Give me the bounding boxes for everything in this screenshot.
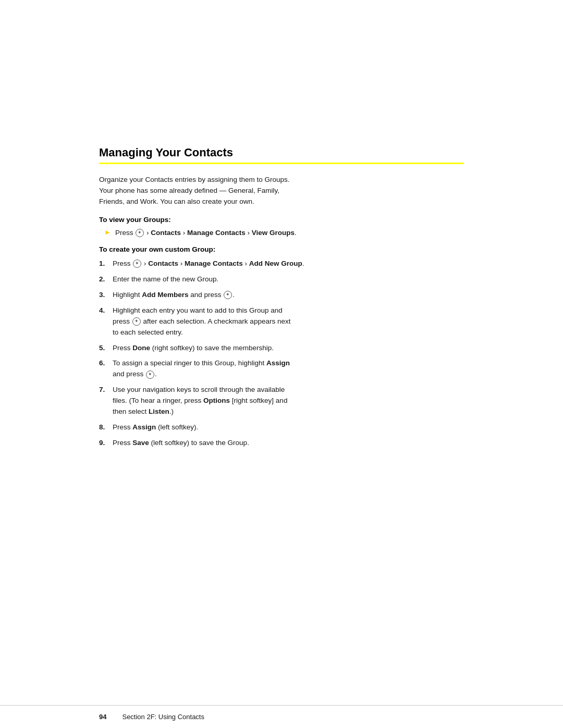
footer-page-number: 94 — [99, 713, 106, 721]
nav-icon — [136, 229, 144, 237]
nav-icon-6 — [146, 371, 154, 379]
step-8: Press Assign (left softkey). — [99, 422, 464, 433]
footer: 94 Section 2F: Using Contacts — [0, 705, 563, 728]
nav-icon-3 — [224, 291, 232, 299]
step-5-text: Press Done (right softkey) to save the m… — [113, 343, 274, 354]
content-area: Managing Your Contacts Organize your Con… — [0, 0, 563, 705]
step-3-text: Highlight Add Members and press . — [113, 290, 235, 301]
create-group-heading: To create your own custom Group: — [99, 245, 464, 253]
nav-icon-4 — [132, 317, 141, 326]
step-6-text: To assign a special ringer to this Group… — [113, 358, 290, 380]
view-groups-text: Press › Contacts › Manage Contacts › Vie… — [115, 228, 297, 238]
step-7-text: Use your navigation keys to scroll throu… — [113, 385, 287, 417]
step-4-text: Highlight each entry you want to add to … — [113, 305, 290, 338]
step-9-text: Press Save (left softkey) to save the Gr… — [113, 438, 249, 449]
step-2: Enter the name of the new Group. — [99, 274, 464, 285]
step-7: Use your navigation keys to scroll throu… — [99, 385, 464, 417]
bullet-arrow-icon: ► — [104, 228, 111, 236]
steps-list: Press › Contacts › Manage Contacts › Add… — [99, 258, 464, 449]
step-5: Press Done (right softkey) to save the m… — [99, 343, 464, 354]
view-groups-heading: To view your Groups: — [99, 216, 464, 224]
step-3: Highlight Add Members and press . — [99, 290, 464, 301]
intro-text: Organize your Contacts entries by assign… — [99, 175, 464, 207]
step-4: Highlight each entry you want to add to … — [99, 305, 464, 338]
page-title: Managing Your Contacts — [99, 146, 464, 159]
step-8-text: Press Assign (left softkey). — [113, 422, 198, 433]
nav-icon-1 — [133, 260, 141, 268]
view-groups-bullet: ► Press › Contacts › Manage Contacts › V… — [99, 228, 464, 238]
step-2-text: Enter the name of the new Group. — [113, 274, 218, 285]
title-underline — [99, 163, 464, 164]
step-6: To assign a special ringer to this Group… — [99, 358, 464, 380]
step-9: Press Save (left softkey) to save the Gr… — [99, 438, 464, 449]
step-1: Press › Contacts › Manage Contacts › Add… — [99, 258, 464, 269]
step-1-text: Press › Contacts › Manage Contacts › Add… — [113, 258, 304, 269]
footer-section-label: Section 2F: Using Contacts — [122, 713, 204, 721]
page: Managing Your Contacts Organize your Con… — [0, 0, 563, 728]
